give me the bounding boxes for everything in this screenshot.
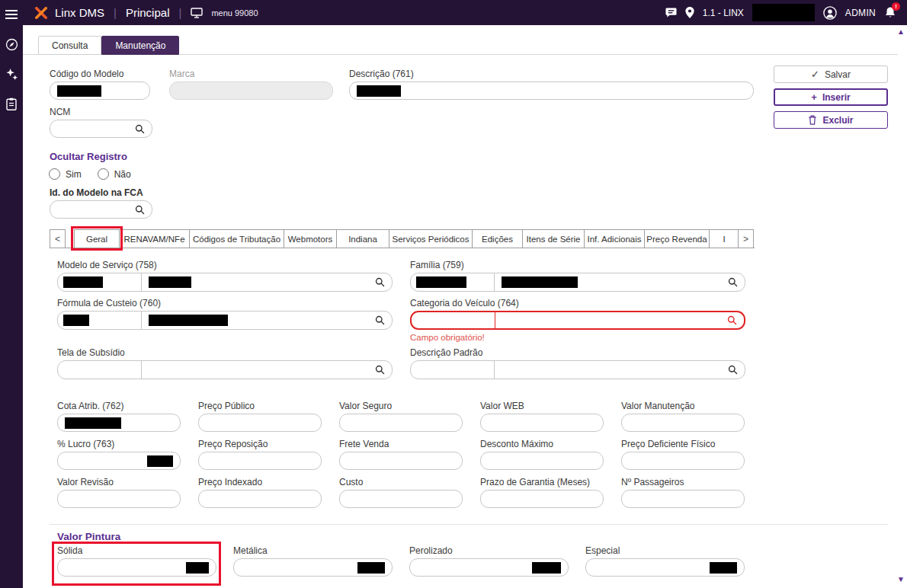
search-icon[interactable] [375,365,385,375]
custo-input[interactable] [339,490,463,508]
prazo-garantia-input[interactable] [480,490,604,508]
ncm-input[interactable] [50,120,152,138]
field-valor-seguro: Valor Seguro [339,401,463,432]
tela-subsidio-code-input[interactable] [58,361,142,379]
tabstrip-scroll-left-button[interactable]: < [50,229,66,248]
tab-renavam-nfe[interactable]: RENAVAM/NFe [119,229,190,248]
tab-partial[interactable]: I [709,229,738,248]
module-title: Principal [126,6,170,19]
redacted-value [149,276,191,288]
preco-deficiente-fisico-input[interactable] [621,452,745,470]
ocultar-registro-heading: Ocultar Registro [50,151,127,162]
descricao-padrao-desc-input[interactable] [495,361,745,379]
redacted-value [357,562,385,574]
familia-lookup[interactable] [410,273,745,292]
scroll-up-arrow[interactable]: ▲ [897,27,905,36]
search-icon[interactable] [728,365,738,375]
search-icon[interactable] [375,277,385,287]
cota-atrib-input[interactable] [57,414,181,432]
tab-webmotors[interactable]: Webmotors [284,229,337,248]
hamburger-menu-icon[interactable] [3,8,20,21]
descricao-padrao-code-input[interactable] [411,361,495,379]
tela-subsidio-desc-input[interactable] [142,361,392,379]
tab-servicos-periodicos[interactable]: Serviços Periódicos [389,229,473,248]
modelo-servico-code-input[interactable] [58,273,142,291]
tab-preco-revenda[interactable]: Preço Revenda [644,229,710,248]
redacted-value [57,85,101,97]
frete-venda-input[interactable] [339,452,463,470]
valor-manutencao-input[interactable] [621,414,745,432]
tab-consulta[interactable]: Consulta [38,36,101,55]
tabstrip-scroll-right-button[interactable]: > [738,229,754,248]
sparkles-icon[interactable] [3,67,20,81]
header-separator: | [114,6,117,19]
preco-reposicao-input[interactable] [198,452,322,470]
preco-indexado-input[interactable] [198,490,322,508]
notifications-bell-icon[interactable]: ! [884,6,896,19]
field-label: Prazo de Garantia (Meses) [480,477,604,487]
formula-custeio-code-input[interactable] [58,312,142,329]
field-desconto-maximo: Desconto Máximo [480,439,604,470]
scroll-down-arrow[interactable]: ▼ [897,575,905,583]
redacted-value [710,562,737,574]
valor-revisao-input[interactable] [57,490,181,508]
tab-inf-adicionais[interactable]: Inf. Adicionais [584,229,645,248]
solida-input[interactable] [57,558,216,577]
redacted-value [186,562,209,574]
valor-seguro-input[interactable] [339,414,463,432]
radio-sim[interactable] [49,168,60,180]
familia-code-input[interactable] [411,273,495,291]
codigo-modelo-input[interactable] [50,81,150,100]
search-icon[interactable] [375,315,385,325]
field-label: Desconto Máximo [480,439,604,449]
perolizado-input[interactable] [409,558,569,577]
familia-desc-input[interactable] [495,273,745,291]
preco-publico-input[interactable] [198,414,322,432]
tab-geral[interactable]: Geral [74,229,120,248]
tabstrip: Geral RENAVAM/NFe Códigos de Tributação … [74,229,738,248]
search-icon[interactable] [135,205,145,215]
metalica-input[interactable] [233,558,393,577]
search-icon[interactable] [135,124,145,134]
search-icon[interactable] [727,315,737,325]
categoria-veiculo-lookup[interactable] [410,311,745,330]
id-modelo-fca-input[interactable] [50,200,152,219]
clipboard-icon[interactable] [3,97,20,110]
num-passageiros-input[interactable] [621,490,745,508]
compass-icon[interactable] [3,37,20,51]
user-avatar-icon[interactable] [823,6,837,20]
field-preco-reposicao: Preço Reposição [198,439,322,470]
desconto-maximo-input[interactable] [480,452,604,470]
redacted-value [147,455,173,467]
especial-input[interactable] [585,558,745,577]
descricao-input[interactable] [349,81,754,100]
modelo-servico-desc-input[interactable] [142,273,392,291]
tab-manutencao[interactable]: Manutenção [101,36,179,55]
monitor-icon [191,8,203,18]
delete-button[interactable]: Excluir [774,111,888,129]
descricao-label: Descrição (761) [349,69,414,79]
formula-custeio-lookup[interactable] [57,311,393,330]
tab-indiana[interactable]: Indiana [336,229,389,248]
formula-custeio-desc-input[interactable] [142,312,392,329]
insert-button[interactable]: + Inserir [774,88,888,106]
field-num-passageiros: Nº Passageiros [621,477,745,508]
tab-itens-serie[interactable]: Itens de Série [522,229,585,248]
left-sidebar [0,0,23,588]
redacted-value [502,276,578,288]
familia-label: Família (759) [410,260,464,270]
feedback-icon[interactable] [665,7,677,18]
descricao-padrao-lookup[interactable] [410,360,745,379]
radio-nao[interactable] [98,168,109,180]
location-pin-icon[interactable] [685,7,694,18]
perc-lucro-input[interactable] [57,452,181,470]
tab-codigos-tributacao[interactable]: Códigos de Tributação [189,229,284,248]
categoria-veiculo-desc-input[interactable] [495,312,744,328]
modelo-servico-lookup[interactable] [57,273,393,292]
categoria-veiculo-code-input[interactable] [412,312,495,328]
valor-web-input[interactable] [480,414,604,432]
search-icon[interactable] [728,277,738,287]
tela-subsidio-lookup[interactable] [57,360,393,379]
tab-edicoes[interactable]: Edições [472,229,523,248]
save-button[interactable]: ✓ Salvar [774,66,888,83]
